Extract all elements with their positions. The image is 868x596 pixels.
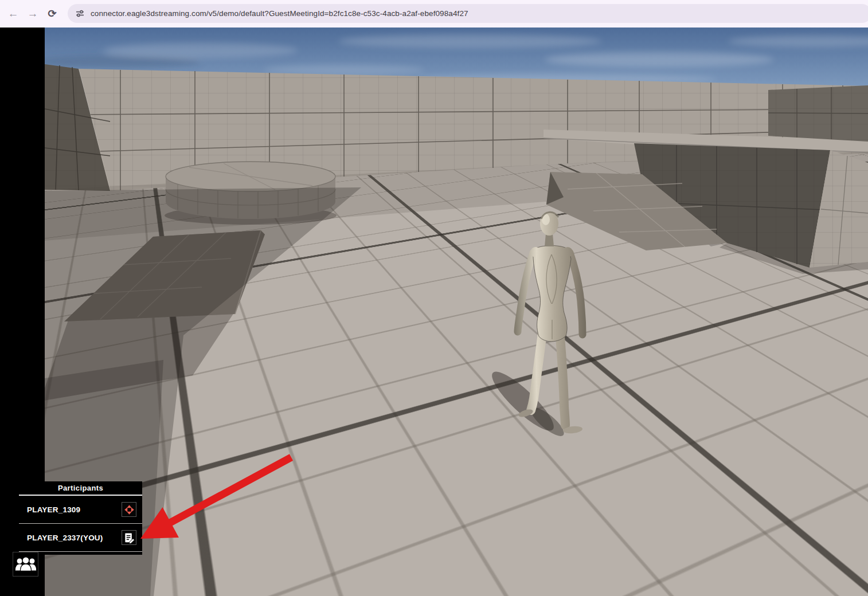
participant-name: PLAYER_2337(YOU) [27,534,103,542]
scene-render [45,28,868,596]
site-settings-icon[interactable] [75,9,85,18]
move-player-icon [123,504,135,516]
edit-name-icon [123,532,135,544]
edit-name-button[interactable] [122,530,136,545]
participant-name: PLAYER_1309 [27,505,80,514]
stream-viewport[interactable] [45,28,868,596]
player-avatar [486,211,583,440]
participant-row: PLAYER_2337(YOU) [19,524,142,552]
browser-toolbar: ← → ⟳ connector.eagle3dstreaming.com/v5/… [0,0,868,28]
move-player-button[interactable] [122,502,136,517]
forward-button[interactable]: → [23,4,42,23]
address-bar[interactable]: connector.eagle3dstreaming.com/v5/demo/d… [68,4,868,23]
participants-panel: Participants PLAYER_1309 PLAYER_2337(YOU… [19,481,142,555]
top-right-dark-wall [768,85,868,142]
participants-group-icon [14,555,37,573]
participants-toggle-button[interactable] [13,552,38,577]
reload-button[interactable]: ⟳ [42,4,62,23]
url-text: connector.eagle3dstreaming.com/v5/demo/d… [91,9,468,18]
back-button[interactable]: ← [3,4,23,23]
participants-title: Participants [19,481,142,496]
participant-row: PLAYER_1309 [19,496,142,524]
